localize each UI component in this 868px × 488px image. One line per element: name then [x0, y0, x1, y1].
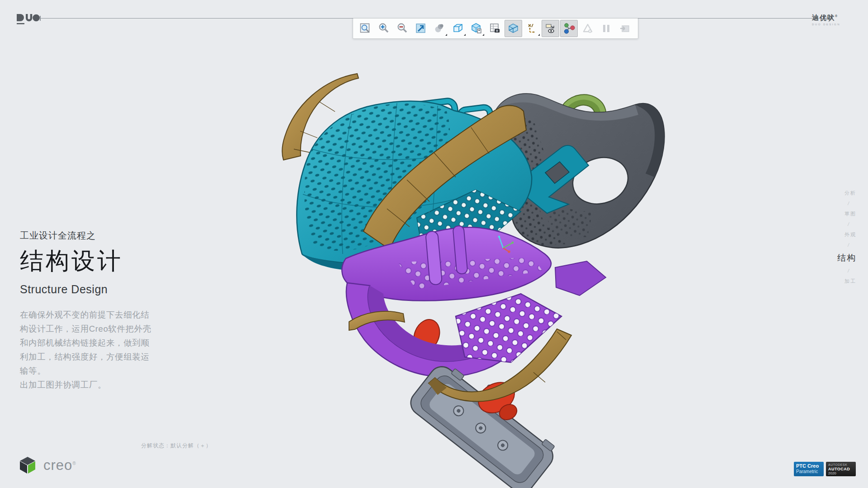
nav-item-sketch[interactable]: 草图	[844, 211, 856, 217]
pause-icon	[597, 20, 615, 37]
collapse-icon	[616, 20, 633, 37]
nav-separator: /	[848, 201, 849, 206]
page-title-en: Structure Design	[20, 283, 156, 296]
nav-item-structure[interactable]: 结构	[837, 252, 856, 264]
creo-registered-mark: ®	[72, 461, 76, 466]
zoom-out-icon[interactable]	[393, 20, 411, 37]
page-title: 结构设计	[20, 245, 156, 277]
analysis-icon	[579, 20, 596, 37]
creo-wordmark: creo	[43, 457, 72, 473]
description-line: 和内部机械结构链接起来，做到顺	[20, 336, 156, 350]
process-nav: 分析 / 草图 / 外观 / 结构 / 加工	[820, 190, 856, 285]
diyoufei-logo-subtext: DUO DESIGN	[812, 23, 862, 26]
view-manager-icon[interactable]	[486, 20, 504, 37]
graphics-toolbar	[353, 18, 638, 39]
mid-frame-purple[interactable]	[342, 225, 606, 377]
description-line: 在确保外观不变的前提下去细化结	[20, 308, 156, 322]
timeline-start-tick	[40, 16, 41, 21]
refit-icon[interactable]	[356, 20, 374, 37]
repaint-icon[interactable]	[412, 20, 429, 37]
ptc-badge-line1: PTC Creo	[796, 463, 821, 469]
nav-separator: /	[848, 243, 849, 248]
nav-item-machining[interactable]: 加工	[844, 278, 856, 285]
nav-item-appearance[interactable]: 外观	[844, 231, 856, 238]
ptc-badge-line2: Parametric	[796, 469, 821, 474]
panel-description: 在确保外观不变的前提下去细化结 构设计工作，运用Creo软件把外壳 和内部机械结…	[20, 308, 156, 392]
autocad-badge: AUTODESK AUTOCAD 2020	[826, 462, 856, 476]
duo-logo-icon	[16, 14, 40, 25]
autocad-badge-line2: AUTOCAD	[828, 467, 854, 471]
display-style-icon[interactable]	[449, 20, 467, 37]
section-view-icon[interactable]	[505, 20, 522, 37]
description-line: 输等。	[20, 364, 156, 378]
exploded-view-icon[interactable]	[560, 20, 578, 37]
shading-style-icon[interactable]	[430, 20, 448, 37]
explode-state-label: 分解状态：默认分解（＋）	[141, 442, 212, 450]
nav-separator: /	[848, 222, 849, 227]
software-badges: PTC Creo Parametric AUTODESK AUTOCAD 202…	[794, 462, 856, 476]
saved-orientations-icon[interactable]	[467, 20, 485, 37]
description-line: 构设计工作，运用Creo软件把外壳	[20, 322, 156, 336]
creo-logo: creo®	[18, 455, 76, 475]
nav-item-analysis[interactable]: 分析	[844, 190, 856, 197]
datum-display-icon[interactable]	[523, 20, 541, 37]
creo-cube-icon	[18, 455, 37, 475]
zoom-in-icon[interactable]	[375, 20, 392, 37]
registered-mark: ®	[835, 14, 838, 18]
creo-app-window: { "brand": { "left_logo": "DUO", "right_…	[0, 0, 868, 488]
annotation-display-icon[interactable]	[542, 20, 559, 37]
duo-logo	[16, 14, 40, 27]
autocad-badge-line3: 2020	[828, 471, 854, 475]
description-line: 出加工图并协调工厂。	[20, 378, 156, 392]
battery-tray-gray[interactable]	[406, 358, 560, 488]
ptc-creo-badge: PTC Creo Parametric	[794, 462, 824, 476]
nav-separator: /	[848, 268, 849, 273]
diyoufei-logo-text: 迪优吠	[812, 14, 835, 21]
autocad-badge-line1: AUTODESK	[828, 463, 854, 467]
panel-subtitle: 工业设计全流程之	[20, 230, 156, 242]
diyoufei-logo: 迪优吠® DUO DESIGN	[812, 14, 862, 26]
info-panel: 工业设计全流程之 结构设计 Structure Design 在确保外观不变的前…	[20, 230, 156, 392]
description-line: 利加工，结构强度好，方便组装运	[20, 350, 156, 364]
